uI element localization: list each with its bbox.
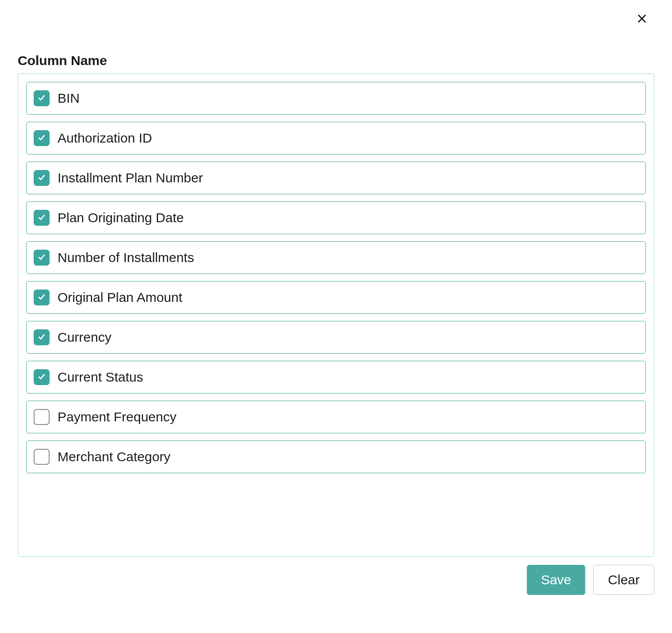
check-icon [37, 252, 46, 263]
close-icon [636, 19, 648, 26]
column-item[interactable]: Plan Originating Date [26, 201, 646, 234]
column-checkbox[interactable] [34, 210, 50, 226]
column-item[interactable]: Currency [26, 321, 646, 354]
column-label: Original Plan Amount [58, 290, 182, 305]
column-item[interactable]: Installment Plan Number [26, 162, 646, 194]
check-icon [37, 172, 46, 184]
check-icon [37, 332, 46, 343]
check-icon [37, 93, 46, 104]
column-checkbox[interactable] [34, 409, 50, 425]
column-item[interactable]: Original Plan Amount [26, 281, 646, 314]
column-item[interactable]: Merchant Category [26, 440, 646, 473]
column-list-container: BINAuthorization IDInstallment Plan Numb… [18, 73, 654, 557]
column-label: Merchant Category [58, 449, 170, 464]
button-row: Save Clear [18, 565, 654, 595]
column-item[interactable]: Authorization ID [26, 122, 646, 154]
column-item[interactable]: Payment Frequency [26, 401, 646, 433]
column-label: Payment Frequency [58, 409, 176, 425]
check-icon [37, 371, 46, 383]
column-item[interactable]: Number of Installments [26, 241, 646, 274]
check-icon [37, 132, 46, 144]
column-checkbox[interactable] [34, 369, 50, 385]
column-item[interactable]: BIN [26, 82, 646, 115]
column-label: Current Status [58, 370, 143, 385]
column-label: BIN [58, 91, 80, 106]
section-title: Column Name [18, 53, 654, 68]
column-checkbox[interactable] [34, 90, 50, 106]
column-label: Currency [58, 330, 112, 345]
column-checkbox[interactable] [34, 329, 50, 345]
column-checkbox[interactable] [34, 449, 50, 465]
clear-button[interactable]: Clear [593, 565, 654, 595]
column-checkbox[interactable] [34, 170, 50, 186]
column-label: Installment Plan Number [58, 170, 203, 185]
close-button[interactable] [634, 11, 650, 28]
column-label: Number of Installments [58, 250, 194, 265]
column-checkbox[interactable] [34, 250, 50, 266]
column-label: Authorization ID [58, 131, 152, 146]
column-label: Plan Originating Date [58, 210, 184, 225]
column-checkbox[interactable] [34, 289, 50, 305]
column-checkbox[interactable] [34, 130, 50, 146]
save-button[interactable]: Save [527, 565, 585, 595]
check-icon [37, 292, 46, 303]
check-icon [37, 212, 46, 224]
column-item[interactable]: Current Status [26, 361, 646, 394]
